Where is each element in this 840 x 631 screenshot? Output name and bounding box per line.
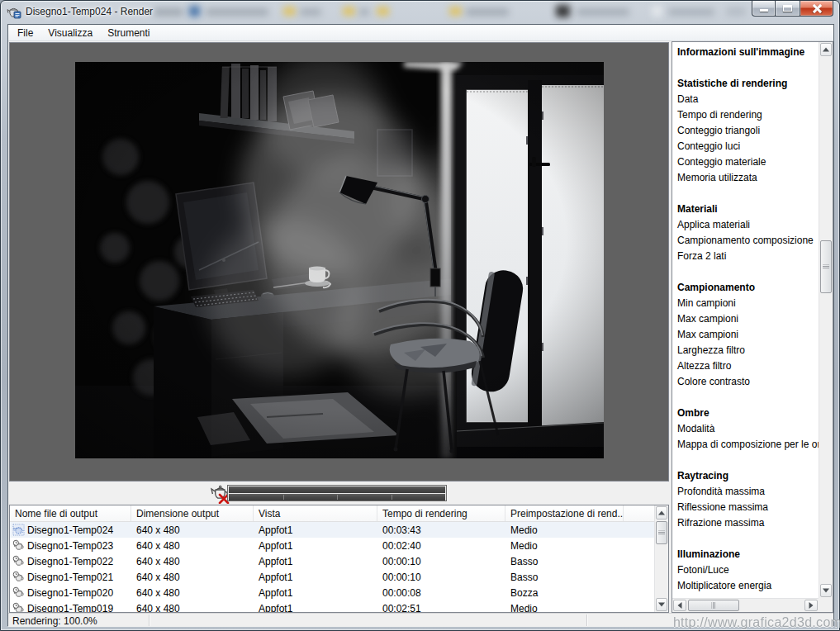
- scroll-left-button[interactable]: [673, 600, 686, 611]
- column-header[interactable]: Nome file di output: [10, 505, 131, 521]
- cell-time: 00:00:10: [377, 572, 505, 583]
- panel-item: Conteggio triangoli: [677, 123, 819, 139]
- cell-view: Appfot1: [254, 603, 377, 613]
- panel-horizontal-scrollbar[interactable]: [672, 598, 819, 612]
- panel-section-header: Statistiche di rendering: [677, 76, 819, 92]
- arrow-right-icon: [809, 602, 814, 609]
- cell-preset: Medio: [505, 603, 624, 613]
- panel-item: Tempo di rendering: [677, 107, 819, 123]
- render-progress: [227, 485, 447, 501]
- cell-time: 00:00:10: [377, 556, 505, 567]
- progress-strip: [9, 482, 669, 505]
- window-controls: [752, 1, 833, 17]
- panel-spacer: [677, 531, 819, 547]
- progress-bar-stage: [229, 486, 445, 493]
- render-viewport: [9, 42, 669, 482]
- arrow-up-icon: [823, 48, 829, 52]
- column-header[interactable]: Dimensione output: [131, 505, 254, 521]
- cell-time: 00:00:08: [377, 587, 505, 599]
- render-status-text: Rendering: 100.0%: [12, 615, 97, 627]
- cell-view: Appfot1: [254, 587, 377, 599]
- menubar: FileVisualizzaStrumenti: [8, 25, 833, 41]
- cell-preset: Medio: [505, 540, 624, 552]
- panel-item: Conteggio materiale: [677, 154, 819, 170]
- panel-item: Moltiplicatore energia: [677, 578, 819, 594]
- teapot-clock-icon: [12, 555, 25, 567]
- table-row[interactable]: Disegno1-Temp024640 x 480Appfot100:03:43…: [10, 522, 654, 538]
- panel-item: Forza 2 lati: [677, 249, 819, 264]
- table-row[interactable]: Disegno1-Temp023640 x 480Appfot100:02:40…: [10, 538, 654, 553]
- minimize-button[interactable]: [752, 1, 776, 17]
- panel-item: Data: [677, 92, 819, 107]
- maximize-button[interactable]: [776, 1, 800, 17]
- status-divider: [586, 614, 587, 626]
- scroll-thumb[interactable]: [688, 600, 739, 611]
- scroll-up-button[interactable]: [820, 43, 832, 56]
- table-row[interactable]: Disegno1-Temp020640 x 480Appfot100:00:08…: [10, 585, 654, 600]
- panel-item: Campionamento composizione: [677, 233, 819, 249]
- cell-size: 640 x 480: [131, 587, 254, 599]
- column-header[interactable]: Vista: [254, 505, 377, 521]
- taskbar-blur-blob: [668, 8, 714, 16]
- column-header[interactable]: Tempo di rendering: [377, 505, 505, 521]
- panel-vertical-scrollbar[interactable]: [819, 42, 833, 598]
- taskbar-blur-blob: [652, 6, 662, 17]
- panel-section-header: Raytracing: [677, 468, 819, 484]
- cell-preset: Medio: [505, 524, 624, 536]
- output-file-name: Disegno1-Temp022: [27, 556, 113, 567]
- teapot-rendering-icon: [12, 524, 25, 536]
- taskbar-blur-blob: [300, 8, 321, 16]
- scroll-thumb[interactable]: [820, 240, 832, 293]
- panel-section-header: Materiali: [677, 202, 819, 217]
- scroll-thumb[interactable]: [656, 521, 667, 544]
- panel-section-header: Illuminazione: [677, 547, 819, 562]
- output-files-table: Nome file di outputDimensione outputVist…: [9, 505, 669, 613]
- panel-section-header: Ombre: [677, 406, 819, 421]
- panel-item: Larghezza filtro: [677, 343, 819, 358]
- panel-item: Riflessione massima: [677, 500, 819, 515]
- taskbar-blur-blob: [377, 7, 389, 16]
- panel-content: Informazioni sull'immagine Statistiche d…: [672, 42, 819, 598]
- table-row[interactable]: Disegno1-Temp019640 x 480Appfot100:02:51…: [10, 600, 654, 612]
- cell-view: Appfot1: [254, 556, 377, 567]
- app-teapot-icon[interactable]: [7, 6, 21, 19]
- taskbar-blur-blob: [556, 5, 570, 17]
- panel-item: Modalità: [677, 421, 819, 437]
- table-vertical-scrollbar[interactable]: [654, 505, 668, 612]
- cell-preset: Bozza: [505, 587, 624, 599]
- taskbar-blur-blob: [206, 8, 268, 16]
- column-header[interactable]: Preimpostazione di rend...: [505, 505, 624, 521]
- panel-item: Mappa di composizione per le or: [677, 437, 819, 453]
- panel-spacer: [677, 453, 819, 468]
- scroll-up-button[interactable]: [656, 506, 667, 520]
- cell-size: 640 x 480: [131, 540, 254, 552]
- panel-item: Max campioni: [677, 327, 819, 343]
- table-body: Disegno1-Temp024640 x 480Appfot100:03:43…: [10, 522, 654, 612]
- scroll-right-button[interactable]: [804, 600, 818, 611]
- arrow-down-icon: [658, 603, 665, 607]
- scroll-down-button[interactable]: [820, 584, 832, 597]
- menu-file[interactable]: File: [10, 26, 40, 40]
- table-row[interactable]: Disegno1-Temp021640 x 480Appfot100:00:10…: [10, 569, 654, 585]
- menu-visualizza[interactable]: Visualizza: [40, 26, 100, 40]
- panel-item: Conteggio luci: [677, 139, 819, 154]
- panel-spacer: [677, 60, 819, 76]
- scroll-down-button[interactable]: [656, 598, 667, 611]
- taskbar-blur-blob: [466, 8, 509, 16]
- rendered-image: [75, 62, 604, 458]
- panel-title: Informazioni sull'immagine: [677, 45, 819, 60]
- progress-bar-total: [229, 494, 445, 501]
- taskbar-blur-blob: [577, 8, 629, 16]
- titlebar[interactable]: Disegno1-Temp024 - Render: [1, 1, 839, 24]
- arrow-down-icon: [823, 589, 829, 593]
- table-row[interactable]: Disegno1-Temp022640 x 480Appfot100:00:10…: [10, 553, 654, 569]
- menu-strumenti[interactable]: Strumenti: [100, 26, 157, 40]
- panel-item: Max campioni: [677, 311, 819, 327]
- taskbar-blur-blob: [359, 8, 369, 16]
- output-file-name: Disegno1-Temp021: [27, 572, 113, 583]
- taskbar-blur-blob: [154, 8, 183, 16]
- scrollbar-corner: [819, 598, 833, 612]
- close-button[interactable]: [800, 1, 833, 17]
- panel-item: Fotoni/Luce: [677, 562, 819, 578]
- panel-item: Altezza filtro: [677, 358, 819, 374]
